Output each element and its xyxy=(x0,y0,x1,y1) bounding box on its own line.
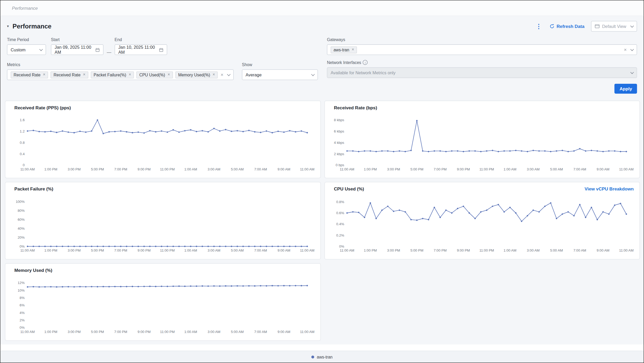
apply-button[interactable]: Apply xyxy=(614,84,637,94)
svg-text:9:00 AM: 9:00 AM xyxy=(597,248,609,252)
filters-panel: ▾ Performance ⋮ Refresh Data Default Vie… xyxy=(1,16,644,98)
svg-text:9:00 PM: 9:00 PM xyxy=(457,248,470,252)
time-period-label: Time Period xyxy=(7,37,46,42)
svg-text:1:00 AM: 1:00 AM xyxy=(184,248,197,252)
chevron-down-icon xyxy=(227,73,231,76)
breadcrumb-bar: Performance xyxy=(1,1,644,16)
svg-text:7:00 AM: 7:00 AM xyxy=(254,330,267,334)
line-chart[interactable]: 00.40.81.21.611:00 AM1:00 PM3:00 PM5:00 … xyxy=(9,112,317,174)
svg-text:11:00 AM: 11:00 AM xyxy=(340,167,354,171)
metric-chip: Memory Used(%) × xyxy=(175,71,218,78)
start-date-filter: Start Jan 09, 2025 11:00 AM xyxy=(51,37,104,55)
network-interfaces-placeholder: Available for Network Metrics only xyxy=(331,70,396,75)
svg-text:8 kbps: 8 kbps xyxy=(334,118,344,122)
content-spacer xyxy=(1,345,644,351)
gateways-select[interactable]: aws-tran × × xyxy=(327,44,637,55)
chart-card-memory-used: Memory Used (%) 0%2%4%6%8%10%12%11:00 AM… xyxy=(5,263,321,341)
svg-text:11:00 AM: 11:00 AM xyxy=(619,167,634,171)
show-select[interactable]: Average xyxy=(242,69,318,80)
svg-text:0%: 0% xyxy=(19,244,25,248)
metrics-select[interactable]: Received Rate × Received Rate × Packet F… xyxy=(7,69,233,80)
svg-text:7:00 AM: 7:00 AM xyxy=(573,167,586,171)
remove-chip-icon[interactable]: × xyxy=(352,48,354,52)
calendar-icon[interactable] xyxy=(92,47,100,52)
collapse-caret-icon[interactable]: ▾ xyxy=(7,24,9,28)
svg-text:0.8: 0.8 xyxy=(20,141,25,145)
performance-page: Performance ▾ Performance ⋮ Refresh Data… xyxy=(0,0,644,363)
svg-text:11:00 PM: 11:00 PM xyxy=(479,167,494,171)
svg-text:5:00 PM: 5:00 PM xyxy=(91,330,104,334)
svg-text:7:00 AM: 7:00 AM xyxy=(254,167,267,171)
svg-text:0.8%: 0.8% xyxy=(336,200,344,204)
line-chart[interactable]: 0 bps2 kbps4 kbps6 kbps8 kbps11:00 AM1:0… xyxy=(328,112,636,174)
metric-chip: CPU Used(%) × xyxy=(136,71,173,78)
svg-text:10%: 10% xyxy=(18,288,25,292)
chart-title: Memory Used (%) xyxy=(14,268,317,273)
svg-text:9:00 PM: 9:00 PM xyxy=(138,330,150,334)
svg-text:8%: 8% xyxy=(19,296,25,300)
chart-title: Received Rate (PPS) (pps) xyxy=(14,105,317,110)
svg-text:1:00 PM: 1:00 PM xyxy=(44,167,57,171)
end-date-filter: End Jan 10, 2025 11:00 AM xyxy=(115,37,167,55)
gateways-label: Gateways xyxy=(327,37,637,42)
svg-text:1:00 PM: 1:00 PM xyxy=(44,330,57,334)
start-date-input[interactable]: Jan 09, 2025 11:00 AM xyxy=(51,44,104,55)
svg-text:7:00 PM: 7:00 PM xyxy=(114,167,127,171)
refresh-icon xyxy=(550,24,555,29)
remove-chip-icon[interactable]: × xyxy=(83,73,85,77)
svg-text:0%: 0% xyxy=(339,244,344,248)
header-actions: ⋮ Refresh Data Default View xyxy=(534,21,637,32)
metric-chip: Received Rate × xyxy=(11,71,48,78)
svg-text:6%: 6% xyxy=(19,303,25,307)
svg-text:1:00 PM: 1:00 PM xyxy=(44,248,57,252)
line-chart[interactable]: 0%2%4%6%8%10%12%11:00 AM1:00 PM3:00 PM5:… xyxy=(9,274,317,337)
svg-text:9:00 AM: 9:00 AM xyxy=(277,330,290,334)
charts-grid: Received Rate (PPS) (pps) 00.40.81.21.61… xyxy=(1,98,644,345)
view-selector[interactable]: Default View xyxy=(591,21,637,32)
refresh-label: Refresh Data xyxy=(557,24,584,29)
remove-chip-icon[interactable]: × xyxy=(43,73,45,77)
svg-text:40%: 40% xyxy=(18,227,25,230)
line-chart[interactable]: 0%20%40%60%80%100%11:00 AM1:00 PM3:00 PM… xyxy=(9,193,317,256)
svg-text:100%: 100% xyxy=(16,200,25,204)
chevron-down-icon xyxy=(39,47,43,51)
chevron-down-icon xyxy=(630,24,634,28)
view-vcpu-breakdown-link[interactable]: View vCPU Breakdown xyxy=(585,187,634,192)
clear-all-icon[interactable]: × xyxy=(221,72,223,77)
svg-text:11:00 AM: 11:00 AM xyxy=(619,248,634,252)
legend-label: aws-tran xyxy=(317,355,333,359)
calendar-icon[interactable] xyxy=(156,47,164,52)
time-period-value: Custom xyxy=(11,47,26,52)
svg-text:5:00 PM: 5:00 PM xyxy=(410,167,423,171)
remove-chip-icon[interactable]: × xyxy=(129,73,131,77)
svg-text:3:00 PM: 3:00 PM xyxy=(387,248,400,252)
clear-all-icon[interactable]: × xyxy=(624,47,627,52)
end-date-input[interactable]: Jan 10, 2025 11:00 AM xyxy=(115,44,167,55)
refresh-data-button[interactable]: Refresh Data xyxy=(550,24,584,29)
end-date-value: Jan 10, 2025 11:00 AM xyxy=(118,45,156,55)
svg-text:1:00 PM: 1:00 PM xyxy=(364,167,377,171)
chart-legend[interactable]: aws-tran xyxy=(1,351,644,362)
time-period-filter: Time Period Custom xyxy=(7,37,46,55)
line-chart[interactable]: 0%0.2%0.4%0.6%0.8%11:00 AM1:00 PM3:00 PM… xyxy=(328,193,636,256)
chip-label: CPU Used(%) xyxy=(139,72,165,77)
date-range-separator: — xyxy=(107,37,111,57)
page-title: Performance xyxy=(13,23,52,30)
info-icon[interactable]: i xyxy=(363,60,368,65)
network-interfaces-label: Network Interfaces i xyxy=(327,60,637,65)
svg-text:9:00 PM: 9:00 PM xyxy=(138,167,150,171)
svg-text:3:00 AM: 3:00 AM xyxy=(208,330,221,334)
network-interfaces-filter: Network Interfaces i Available for Netwo… xyxy=(327,60,637,78)
time-period-select[interactable]: Custom xyxy=(7,44,46,55)
svg-text:6 kbps: 6 kbps xyxy=(334,129,344,133)
svg-text:4%: 4% xyxy=(19,311,25,315)
remove-chip-icon[interactable]: × xyxy=(213,73,215,77)
remove-chip-icon[interactable]: × xyxy=(168,73,170,77)
svg-text:1.2: 1.2 xyxy=(20,129,25,133)
kebab-menu-icon[interactable]: ⋮ xyxy=(534,23,543,30)
chart-card-received-rate-bps: Received Rate (bps) 0 bps2 kbps4 kbps6 k… xyxy=(324,101,640,178)
svg-text:5:00 AM: 5:00 AM xyxy=(231,248,244,252)
filters: Time Period Custom Start Jan 09, 2025 11… xyxy=(7,37,637,94)
metric-chip: Packet Failure(%) × xyxy=(91,71,134,78)
svg-text:11:00 PM: 11:00 PM xyxy=(160,248,175,252)
